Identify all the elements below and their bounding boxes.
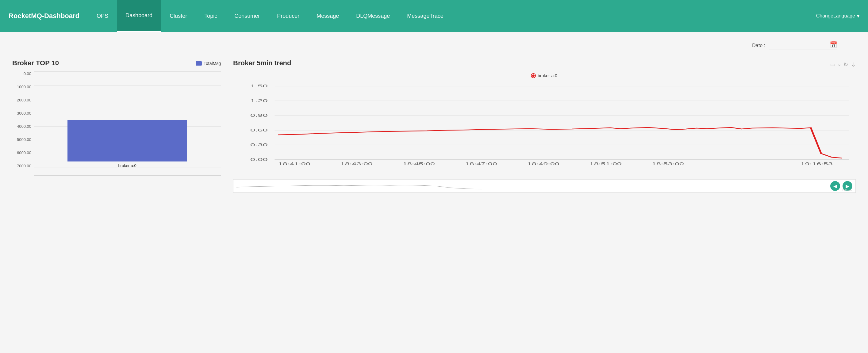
line-chart-svg: 0.00 0.30 0.60 0.90 1.20 1.50 18:41:00 1… bbox=[233, 80, 856, 178]
svg-text:0.60: 0.60 bbox=[250, 128, 268, 132]
date-input[interactable] bbox=[769, 42, 827, 47]
y-label-6: 6000.00 bbox=[17, 150, 31, 155]
legend-box bbox=[196, 61, 202, 66]
grid-line-6 bbox=[34, 85, 221, 85]
legend-dot bbox=[531, 74, 535, 77]
main-content: Date : 📅 Broker TOP 10 TotalMsg 7000.00 … bbox=[0, 32, 868, 202]
chart-toolbar: ▭ ▫ ↻ ⇓ bbox=[830, 61, 856, 68]
svg-text:18:53:00: 18:53:00 bbox=[652, 162, 684, 166]
nav-brand: RocketMQ-Dashboard bbox=[0, 0, 88, 32]
broker-top10-title: Broker TOP 10 bbox=[12, 59, 59, 67]
svg-text:0.90: 0.90 bbox=[250, 113, 268, 118]
navbar: RocketMQ-Dashboard OPS Dashboard Cluster… bbox=[0, 0, 868, 32]
y-label-7: 7000.00 bbox=[17, 164, 31, 168]
svg-text:1.20: 1.20 bbox=[250, 98, 268, 103]
expand-icon[interactable]: ▭ bbox=[830, 61, 836, 68]
nav-item-dashboard[interactable]: Dashboard bbox=[117, 0, 161, 32]
svg-text:18:45:00: 18:45:00 bbox=[403, 162, 435, 166]
svg-text:18:51:00: 18:51:00 bbox=[589, 162, 622, 166]
legend-label: TotalMsg bbox=[204, 61, 221, 66]
nav-item-cluster[interactable]: Cluster bbox=[161, 0, 196, 32]
nav-items: OPS Dashboard Cluster Topic Consumer Pro… bbox=[88, 0, 806, 32]
broker-top10-legend: TotalMsg bbox=[196, 61, 221, 66]
mini-timeline-svg bbox=[237, 181, 852, 191]
bar-wrapper: broker-a:0 bbox=[67, 120, 187, 168]
trend-line bbox=[278, 128, 842, 158]
refresh-icon[interactable]: ↻ bbox=[843, 61, 848, 68]
mini-prev-button[interactable]: ◀ bbox=[830, 181, 840, 191]
y-label-0: 0.00 bbox=[24, 71, 31, 76]
svg-text:18:49:00: 18:49:00 bbox=[527, 162, 559, 166]
broker-top10-chart: Broker TOP 10 TotalMsg 7000.00 6000.00 5… bbox=[12, 59, 221, 176]
svg-text:18:47:00: 18:47:00 bbox=[465, 162, 497, 166]
nav-item-topic[interactable]: Topic bbox=[196, 0, 226, 32]
line-chart-legend: broker-a:0 bbox=[233, 73, 856, 78]
svg-text:18:41:00: 18:41:00 bbox=[278, 162, 310, 166]
svg-text:19:16:53: 19:16:53 bbox=[801, 162, 833, 166]
svg-text:0.00: 0.00 bbox=[250, 157, 268, 162]
watermark: ECharts bbox=[842, 189, 852, 192]
date-label: Date : bbox=[752, 43, 765, 48]
calendar-icon[interactable]: 📅 bbox=[830, 41, 837, 48]
charts-row: Broker TOP 10 TotalMsg 7000.00 6000.00 5… bbox=[12, 59, 856, 193]
svg-text:1.50: 1.50 bbox=[250, 84, 268, 88]
grid-line-5 bbox=[34, 99, 221, 99]
bar-y-axis: 7000.00 6000.00 5000.00 4000.00 3000.00 … bbox=[12, 71, 34, 176]
bar-x-label: broker-a:0 bbox=[118, 163, 136, 168]
change-language-button[interactable]: ChangeLanguage ▾ bbox=[806, 0, 868, 32]
nav-item-message[interactable]: Message bbox=[308, 0, 347, 32]
chart-right-header: Broker 5min trend ▭ ▫ ↻ ⇓ bbox=[233, 59, 856, 70]
nav-item-messagetrace[interactable]: MessageTrace bbox=[398, 0, 452, 32]
broker-trend-chart: Broker 5min trend ▭ ▫ ↻ ⇓ broker-a:0 bbox=[233, 59, 856, 193]
y-label-3: 3000.00 bbox=[17, 111, 31, 115]
date-row: Date : 📅 bbox=[12, 41, 837, 50]
grid-line-7 bbox=[34, 71, 221, 72]
y-label-4: 4000.00 bbox=[17, 124, 31, 129]
nav-item-producer[interactable]: Producer bbox=[268, 0, 308, 32]
svg-text:0.30: 0.30 bbox=[250, 142, 268, 147]
nav-item-dlqmessage[interactable]: DLQMessage bbox=[347, 0, 398, 32]
nav-item-ops[interactable]: OPS bbox=[88, 0, 117, 32]
chevron-down-icon: ▾ bbox=[857, 13, 860, 19]
nav-item-consumer[interactable]: Consumer bbox=[226, 0, 268, 32]
date-input-wrapper: 📅 bbox=[769, 41, 837, 50]
y-label-5: 5000.00 bbox=[17, 137, 31, 142]
bar-fill bbox=[67, 120, 187, 162]
grid-line-4 bbox=[34, 113, 221, 113]
trend-legend-label: broker-a:0 bbox=[538, 73, 557, 78]
bar-chart-area: broker-a:0 bbox=[34, 71, 221, 176]
svg-text:18:43:00: 18:43:00 bbox=[340, 162, 373, 166]
y-label-1: 1000.00 bbox=[17, 84, 31, 89]
y-label-2: 2000.00 bbox=[17, 98, 31, 102]
broker-trend-title: Broker 5min trend bbox=[233, 59, 291, 67]
download-icon[interactable]: ⇓ bbox=[851, 61, 856, 68]
contract-icon[interactable]: ▫ bbox=[839, 62, 840, 68]
bar-chart-container: 7000.00 6000.00 5000.00 4000.00 3000.00 … bbox=[12, 71, 221, 176]
